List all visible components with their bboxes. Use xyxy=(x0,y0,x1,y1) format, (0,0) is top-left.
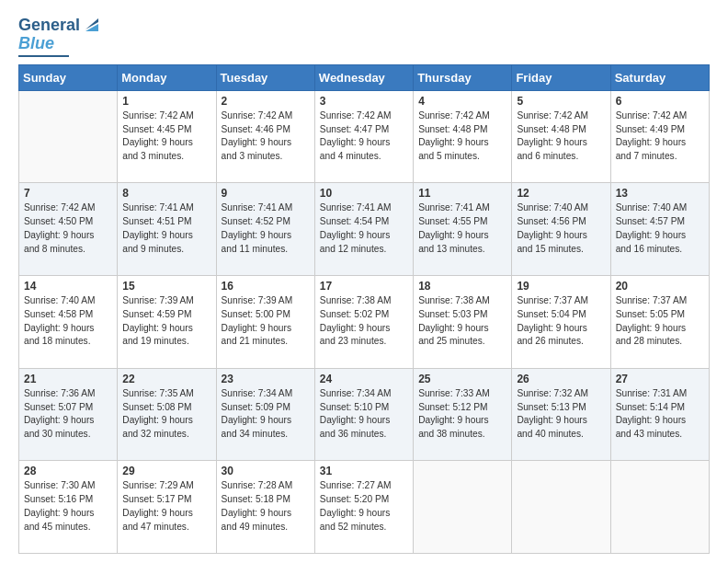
header: General Blue xyxy=(18,15,710,57)
logo-triangle-icon xyxy=(84,17,100,33)
day-number: 27 xyxy=(616,373,704,385)
day-number: 18 xyxy=(418,280,506,293)
day-info: Sunrise: 7:42 AMSunset: 4:48 PMDaylight:… xyxy=(418,109,506,164)
calendar-cell: 25Sunrise: 7:33 AMSunset: 5:12 PMDayligh… xyxy=(414,368,512,461)
day-number: 3 xyxy=(320,95,408,108)
calendar-cell: 4Sunrise: 7:42 AMSunset: 4:48 PMDaylight… xyxy=(414,90,512,183)
calendar-week-row: 28Sunrise: 7:30 AMSunset: 5:16 PMDayligh… xyxy=(19,461,710,554)
day-info: Sunrise: 7:42 AMSunset: 4:47 PMDaylight:… xyxy=(320,109,408,164)
calendar-cell: 22Sunrise: 7:35 AMSunset: 5:08 PMDayligh… xyxy=(118,368,216,461)
day-info: Sunrise: 7:35 AMSunset: 5:08 PMDaylight:… xyxy=(122,387,210,442)
col-header-tuesday: Tuesday xyxy=(216,64,314,90)
calendar-cell xyxy=(610,461,709,554)
day-number: 16 xyxy=(222,280,310,293)
day-number: 15 xyxy=(122,280,210,293)
day-info: Sunrise: 7:33 AMSunset: 5:12 PMDaylight:… xyxy=(418,387,506,442)
calendar-cell: 31Sunrise: 7:27 AMSunset: 5:20 PMDayligh… xyxy=(314,461,413,554)
day-info: Sunrise: 7:42 AMSunset: 4:48 PMDaylight:… xyxy=(517,109,605,164)
day-info: Sunrise: 7:42 AMSunset: 4:49 PMDaylight:… xyxy=(616,109,704,164)
day-info: Sunrise: 7:39 AMSunset: 5:00 PMDaylight:… xyxy=(222,294,310,349)
day-number: 7 xyxy=(24,187,112,200)
day-info: Sunrise: 7:39 AMSunset: 4:59 PMDaylight:… xyxy=(122,294,210,349)
calendar-cell: 13Sunrise: 7:40 AMSunset: 4:57 PMDayligh… xyxy=(610,183,709,276)
calendar-week-row: 21Sunrise: 7:36 AMSunset: 5:07 PMDayligh… xyxy=(19,368,710,461)
day-info: Sunrise: 7:42 AMSunset: 4:46 PMDaylight:… xyxy=(222,109,310,164)
calendar-cell: 9Sunrise: 7:41 AMSunset: 4:52 PMDaylight… xyxy=(216,183,314,276)
day-info: Sunrise: 7:40 AMSunset: 4:57 PMDaylight:… xyxy=(616,201,704,256)
day-number: 13 xyxy=(616,187,704,200)
day-number: 9 xyxy=(222,187,310,200)
day-number: 20 xyxy=(616,280,704,293)
day-info: Sunrise: 7:34 AMSunset: 5:10 PMDaylight:… xyxy=(320,387,408,442)
day-info: Sunrise: 7:27 AMSunset: 5:20 PMDaylight:… xyxy=(320,479,408,534)
day-info: Sunrise: 7:42 AMSunset: 4:45 PMDaylight:… xyxy=(122,109,210,164)
calendar-cell: 2Sunrise: 7:42 AMSunset: 4:46 PMDaylight… xyxy=(216,90,314,183)
calendar-cell: 23Sunrise: 7:34 AMSunset: 5:09 PMDayligh… xyxy=(216,368,314,461)
day-info: Sunrise: 7:37 AMSunset: 5:04 PMDaylight:… xyxy=(517,294,605,349)
calendar-cell: 7Sunrise: 7:42 AMSunset: 4:50 PMDaylight… xyxy=(19,183,118,276)
calendar-cell: 5Sunrise: 7:42 AMSunset: 4:48 PMDaylight… xyxy=(512,90,610,183)
calendar-cell: 24Sunrise: 7:34 AMSunset: 5:10 PMDayligh… xyxy=(314,368,413,461)
calendar-week-row: 14Sunrise: 7:40 AMSunset: 4:58 PMDayligh… xyxy=(19,276,710,369)
day-number: 29 xyxy=(122,465,210,477)
day-info: Sunrise: 7:31 AMSunset: 5:14 PMDaylight:… xyxy=(616,387,704,442)
day-number: 10 xyxy=(320,187,408,200)
day-info: Sunrise: 7:41 AMSunset: 4:54 PMDaylight:… xyxy=(320,201,408,256)
day-number: 26 xyxy=(517,373,605,385)
col-header-thursday: Thursday xyxy=(414,64,512,90)
calendar-cell: 27Sunrise: 7:31 AMSunset: 5:14 PMDayligh… xyxy=(610,368,709,461)
calendar-cell: 8Sunrise: 7:41 AMSunset: 4:51 PMDaylight… xyxy=(118,183,216,276)
day-info: Sunrise: 7:37 AMSunset: 5:05 PMDaylight:… xyxy=(616,294,704,349)
calendar-cell: 12Sunrise: 7:40 AMSunset: 4:56 PMDayligh… xyxy=(512,183,610,276)
calendar-cell: 11Sunrise: 7:41 AMSunset: 4:55 PMDayligh… xyxy=(414,183,512,276)
day-number: 8 xyxy=(122,187,210,200)
col-header-sunday: Sunday xyxy=(19,64,118,90)
calendar-week-row: 7Sunrise: 7:42 AMSunset: 4:50 PMDaylight… xyxy=(19,183,710,276)
day-number: 24 xyxy=(320,373,408,385)
calendar-table: SundayMondayTuesdayWednesdayThursdayFrid… xyxy=(18,64,710,554)
calendar-cell: 28Sunrise: 7:30 AMSunset: 5:16 PMDayligh… xyxy=(19,461,118,554)
day-info: Sunrise: 7:36 AMSunset: 5:07 PMDaylight:… xyxy=(24,387,112,442)
day-info: Sunrise: 7:40 AMSunset: 4:58 PMDaylight:… xyxy=(24,294,112,349)
day-info: Sunrise: 7:34 AMSunset: 5:09 PMDaylight:… xyxy=(222,387,310,442)
day-number: 12 xyxy=(517,187,605,200)
col-header-friday: Friday xyxy=(512,64,610,90)
day-number: 21 xyxy=(24,373,112,385)
day-number: 31 xyxy=(320,465,408,477)
calendar-cell: 1Sunrise: 7:42 AMSunset: 4:45 PMDaylight… xyxy=(118,90,216,183)
calendar-cell xyxy=(414,461,512,554)
day-info: Sunrise: 7:28 AMSunset: 5:18 PMDaylight:… xyxy=(222,479,310,534)
day-info: Sunrise: 7:32 AMSunset: 5:13 PMDaylight:… xyxy=(517,387,605,442)
col-header-monday: Monday xyxy=(118,64,216,90)
day-number: 25 xyxy=(418,373,506,385)
day-number: 28 xyxy=(24,465,112,477)
day-info: Sunrise: 7:42 AMSunset: 4:50 PMDaylight:… xyxy=(24,201,112,256)
day-number: 5 xyxy=(517,95,605,108)
calendar-week-row: 1Sunrise: 7:42 AMSunset: 4:45 PMDaylight… xyxy=(19,90,710,183)
calendar-cell: 19Sunrise: 7:37 AMSunset: 5:04 PMDayligh… xyxy=(512,276,610,369)
day-number: 19 xyxy=(517,280,605,293)
calendar-cell: 30Sunrise: 7:28 AMSunset: 5:18 PMDayligh… xyxy=(216,461,314,554)
day-info: Sunrise: 7:41 AMSunset: 4:55 PMDaylight:… xyxy=(418,201,506,256)
day-info: Sunrise: 7:30 AMSunset: 5:16 PMDaylight:… xyxy=(24,479,112,534)
calendar-cell xyxy=(19,90,118,183)
day-number: 14 xyxy=(24,280,112,293)
day-info: Sunrise: 7:40 AMSunset: 4:56 PMDaylight:… xyxy=(517,201,605,256)
calendar-cell: 21Sunrise: 7:36 AMSunset: 5:07 PMDayligh… xyxy=(19,368,118,461)
logo-blue: Blue xyxy=(18,35,54,53)
calendar-cell: 10Sunrise: 7:41 AMSunset: 4:54 PMDayligh… xyxy=(314,183,413,276)
day-number: 17 xyxy=(320,280,408,293)
calendar-cell: 3Sunrise: 7:42 AMSunset: 4:47 PMDaylight… xyxy=(314,90,413,183)
day-number: 23 xyxy=(222,373,310,385)
logo: General Blue xyxy=(18,15,100,57)
calendar-header-row: SundayMondayTuesdayWednesdayThursdayFrid… xyxy=(19,64,710,90)
day-info: Sunrise: 7:41 AMSunset: 4:51 PMDaylight:… xyxy=(122,201,210,256)
day-number: 22 xyxy=(122,373,210,385)
col-header-saturday: Saturday xyxy=(610,64,709,90)
day-info: Sunrise: 7:38 AMSunset: 5:02 PMDaylight:… xyxy=(320,294,408,349)
calendar-cell: 26Sunrise: 7:32 AMSunset: 5:13 PMDayligh… xyxy=(512,368,610,461)
calendar-cell: 15Sunrise: 7:39 AMSunset: 4:59 PMDayligh… xyxy=(118,276,216,369)
day-number: 30 xyxy=(222,465,310,477)
day-number: 1 xyxy=(122,95,210,108)
col-header-wednesday: Wednesday xyxy=(314,64,413,90)
